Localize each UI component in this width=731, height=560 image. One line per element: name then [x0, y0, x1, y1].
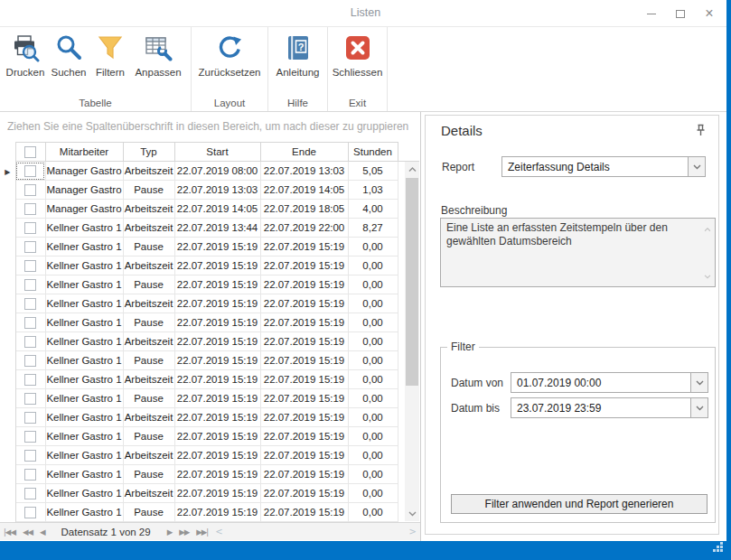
apply-filter-button[interactable]: Filter anwenden und Report generieren [451, 494, 708, 514]
beschreibung-textarea[interactable]: Eine Liste an erfassten Zeitstempeln übe… [440, 218, 716, 287]
prev-record-button[interactable]: ◀ [36, 527, 49, 537]
cell-ende[interactable]: 22.07.2019 14:05 [260, 181, 348, 200]
table-row[interactable]: Kellner Gastro 1Pause22.07.2019 15:1922.… [0, 465, 419, 484]
table-row[interactable]: Kellner Gastro 1Arbeitszeit22.07.2019 15… [0, 446, 419, 465]
cell-ende[interactable]: 22.07.2019 15:19 [260, 389, 348, 408]
cell-mitarbeiter[interactable]: Kellner Gastro 1 [45, 257, 123, 275]
report-dropdown[interactable]: Zeiterfassung Details [501, 156, 706, 177]
search-button[interactable]: Suchen [48, 32, 89, 78]
maximize-button[interactable] [666, 0, 695, 27]
row-checkbox[interactable] [24, 317, 36, 329]
row-checkbox[interactable] [24, 336, 36, 348]
table-row[interactable]: Manager GastroArbeitszeit22.07.2019 14:0… [0, 200, 419, 219]
cell-ende[interactable]: 22.07.2019 15:19 [260, 446, 348, 465]
cell-typ[interactable]: Pause [123, 351, 174, 370]
cell-mitarbeiter[interactable]: Kellner Gastro 1 [45, 465, 123, 484]
cell-stunden[interactable]: 1,03 [348, 181, 398, 200]
cell-stunden[interactable]: 0,00 [348, 465, 398, 484]
row-checkbox[interactable] [24, 241, 36, 253]
cell-start[interactable]: 22.07.2019 15:19 [174, 503, 260, 522]
group-by-area[interactable]: Ziehen Sie eine Spaltenüberschrift in di… [0, 112, 420, 142]
cell-typ[interactable]: Arbeitszeit [123, 257, 174, 275]
row-checkbox[interactable] [24, 431, 36, 443]
row-checkbox[interactable] [24, 469, 36, 481]
cell-mitarbeiter[interactable]: Kellner Gastro 1 [45, 313, 123, 332]
row-checkbox[interactable] [24, 165, 36, 177]
cell-mitarbeiter[interactable]: Kellner Gastro 1 [45, 484, 123, 503]
vertical-scrollbar[interactable] [405, 162, 419, 521]
row-checkbox[interactable] [24, 222, 36, 234]
cell-typ[interactable]: Pause [123, 238, 174, 257]
cell-start[interactable]: 22.07.2019 15:19 [174, 465, 260, 484]
cell-typ[interactable]: Pause [123, 465, 174, 484]
cell-start[interactable]: 22.07.2019 15:19 [174, 238, 260, 257]
row-checkbox[interactable] [24, 298, 36, 310]
table-row[interactable]: Kellner Gastro 1Arbeitszeit22.07.2019 15… [0, 408, 419, 427]
table-row[interactable]: Kellner Gastro 1Pause22.07.2019 15:1922.… [0, 238, 419, 257]
cell-typ[interactable]: Arbeitszeit [123, 294, 174, 313]
cell-mitarbeiter[interactable]: Kellner Gastro 1 [45, 389, 123, 408]
column-header-ende[interactable]: Ende [260, 143, 348, 162]
row-checkbox[interactable] [24, 260, 36, 272]
row-checkbox[interactable] [24, 507, 36, 518]
cell-typ[interactable]: Arbeitszeit [123, 332, 174, 351]
cell-typ[interactable]: Arbeitszeit [123, 219, 174, 238]
filter-button[interactable]: Filtern [89, 32, 131, 78]
cell-ende[interactable]: 22.07.2019 18:05 [260, 200, 348, 219]
cell-start[interactable]: 22.07.2019 13:44 [174, 219, 260, 238]
cell-typ[interactable]: Arbeitszeit [123, 200, 174, 219]
cell-stunden[interactable]: 0,00 [348, 351, 398, 370]
cell-ende[interactable]: 22.07.2019 15:19 [260, 257, 348, 275]
cell-stunden[interactable]: 0,00 [348, 503, 398, 522]
table-row[interactable]: Kellner Gastro 1Arbeitszeit22.07.2019 15… [0, 257, 419, 275]
cell-mitarbeiter[interactable]: Kellner Gastro 1 [45, 294, 123, 313]
cell-mitarbeiter[interactable]: Kellner Gastro 1 [45, 370, 123, 389]
cell-mitarbeiter[interactable]: Kellner Gastro 1 [45, 238, 123, 257]
cell-stunden[interactable]: 0,00 [348, 332, 398, 351]
cell-ende[interactable]: 22.07.2019 13:03 [260, 162, 348, 181]
manual-button[interactable]: ? Anleitung [271, 32, 325, 78]
cell-mitarbeiter[interactable]: Kellner Gastro 1 [45, 503, 123, 522]
row-checkbox[interactable] [24, 374, 36, 386]
last-record-button[interactable]: ▶▶| [192, 527, 211, 537]
cell-mitarbeiter[interactable]: Kellner Gastro 1 [45, 351, 123, 370]
cell-start[interactable]: 22.07.2019 15:19 [174, 446, 260, 465]
datum-bis-dropdown[interactable]: 23.07.2019 23:59 [511, 397, 708, 418]
next-page-button[interactable]: ▶▶ [175, 527, 192, 537]
table-row[interactable]: Kellner Gastro 1Arbeitszeit22.07.2019 15… [0, 484, 419, 503]
cell-stunden[interactable]: 0,00 [348, 389, 398, 408]
table-row[interactable]: Kellner Gastro 1Pause22.07.2019 15:1922.… [0, 503, 419, 522]
cell-start[interactable]: 22.07.2019 15:19 [174, 351, 260, 370]
table-row[interactable]: Kellner Gastro 1Arbeitszeit22.07.2019 15… [0, 332, 419, 351]
scroll-up-icon[interactable] [405, 162, 419, 177]
minimize-button[interactable] [637, 0, 666, 27]
chevron-down-icon[interactable] [688, 157, 705, 176]
row-checkbox[interactable] [24, 184, 36, 196]
cell-ende[interactable]: 22.07.2019 15:19 [260, 427, 348, 446]
table-row[interactable]: Kellner Gastro 1Arbeitszeit22.07.2019 15… [0, 370, 419, 389]
cell-start[interactable]: 22.07.2019 15:19 [174, 313, 260, 332]
cell-ende[interactable]: 22.07.2019 15:19 [260, 275, 348, 294]
cell-ende[interactable]: 22.07.2019 22:00 [260, 219, 348, 238]
cell-typ[interactable]: Arbeitszeit [123, 446, 174, 465]
row-checkbox[interactable] [24, 279, 36, 291]
cell-stunden[interactable]: 0,00 [348, 484, 398, 503]
chevron-down-icon[interactable] [690, 398, 708, 417]
cell-mitarbeiter[interactable]: Kellner Gastro 1 [45, 275, 123, 294]
cell-ende[interactable]: 22.07.2019 15:19 [260, 370, 348, 389]
cell-ende[interactable]: 22.07.2019 15:19 [260, 238, 348, 257]
cell-stunden[interactable]: 0,00 [348, 238, 398, 257]
cell-stunden[interactable]: 0,00 [348, 313, 398, 332]
cell-ende[interactable]: 22.07.2019 15:19 [260, 503, 348, 522]
close-button[interactable]: × [695, 0, 724, 27]
first-record-button[interactable]: |◀◀ [0, 527, 19, 537]
cell-ende[interactable]: 22.07.2019 15:19 [260, 351, 348, 370]
cell-typ[interactable]: Arbeitszeit [123, 484, 174, 503]
cell-mitarbeiter[interactable]: Kellner Gastro 1 [45, 219, 123, 238]
table-row[interactable]: ▶Manager GastroArbeitszeit22.07.2019 08:… [0, 162, 419, 181]
hscroll-right-icon[interactable]: > [406, 527, 420, 537]
cell-stunden[interactable]: 0,00 [348, 408, 398, 427]
cell-ende[interactable]: 22.07.2019 15:19 [260, 294, 348, 313]
table-row[interactable]: Kellner Gastro 1Pause22.07.2019 15:1922.… [0, 389, 419, 408]
cell-start[interactable]: 22.07.2019 15:19 [174, 408, 260, 427]
